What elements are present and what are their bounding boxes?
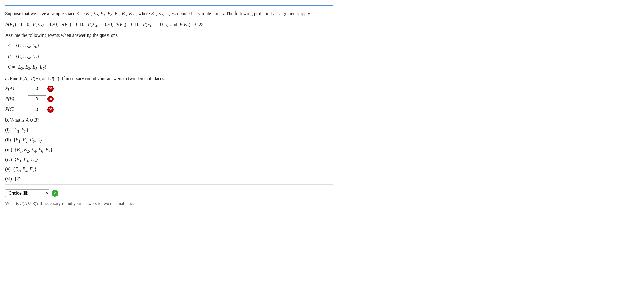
- option-ii: (ii) {E1, E2, E6, E7}: [5, 136, 333, 144]
- bottom-area: Choice (i) Choice (ii) Choice (iii) Choi…: [5, 184, 333, 207]
- option-v-roman: (v): [5, 167, 11, 172]
- option-i-roman: (i): [5, 127, 10, 133]
- pa-label: P(A) =: [5, 86, 26, 91]
- option-i: (i) {E3, E5}: [5, 126, 333, 135]
- option-ii-roman: (ii): [5, 137, 11, 142]
- choice-correct-icon: ✓: [52, 190, 58, 197]
- assume-text: Assume the following events when answeri…: [5, 32, 333, 39]
- choice-row: Choice (i) Choice (ii) Choice (iii) Choi…: [5, 189, 333, 197]
- option-iii-roman: (iii): [5, 147, 12, 152]
- pb-input[interactable]: [28, 95, 46, 103]
- pc-row: P(C) = ✕: [5, 106, 333, 113]
- part-b-question: b. What is A ∪ B?: [5, 116, 333, 124]
- event-c: C = {E2, E3, E5, E7}: [8, 63, 333, 72]
- option-vi-roman: (vi): [5, 176, 12, 182]
- option-v: (v) {E2, E4, E7}: [5, 166, 333, 174]
- top-border: [5, 5, 333, 6]
- probability-assignments: P(E1) = 0.10, P(E2) = 0.20, P(E3) = 0.10…: [5, 21, 333, 29]
- pc-label: P(C) =: [5, 107, 26, 112]
- pb-label: P(B) =: [5, 96, 26, 102]
- options-list: (i) {E3, E5} (ii) {E1, E2, E6, E7} (iii)…: [5, 126, 333, 183]
- pa-row: P(A) = ✕: [5, 85, 333, 92]
- event-b: B = {E2, E4, E7}: [8, 53, 333, 61]
- intro-text: Suppose that we have a sample space S = …: [5, 10, 333, 18]
- option-vi: (vi) {∅}: [5, 175, 333, 183]
- pa-input[interactable]: [28, 85, 46, 92]
- option-iv: (iv) {E1, E4, E6}: [5, 156, 333, 164]
- pb-row: P(B) = ✕: [5, 95, 333, 103]
- part-a-question: a. Find P(A), P(B), and P(C). If necessa…: [5, 75, 333, 82]
- pa-error-icon[interactable]: ✕: [47, 86, 54, 92]
- option-iii: (iii) {E1, E2, E4, E6, E7}: [5, 146, 333, 154]
- part-c-preview: What is P(A ∪ B)? If necessary round you…: [5, 200, 333, 207]
- event-a: A = {E1, E4, E6}: [8, 42, 333, 50]
- pc-input[interactable]: [28, 106, 46, 113]
- choice-select[interactable]: Choice (i) Choice (ii) Choice (iii) Choi…: [5, 189, 49, 197]
- pc-error-icon[interactable]: ✕: [47, 106, 54, 113]
- pb-error-icon[interactable]: ✕: [47, 96, 54, 102]
- option-iv-roman: (iv): [5, 157, 12, 162]
